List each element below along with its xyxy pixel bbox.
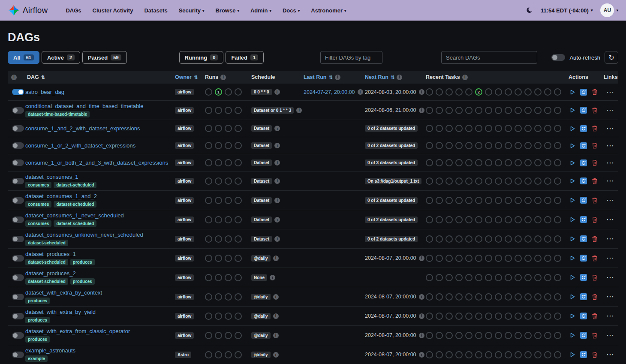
recent-task-circle[interactable] bbox=[515, 274, 522, 281]
recent-task-circle[interactable] bbox=[505, 216, 512, 223]
run-status-circle[interactable] bbox=[215, 177, 222, 185]
dag-pause-toggle[interactable] bbox=[12, 313, 24, 319]
user-menu[interactable]: AU ▾ bbox=[600, 3, 618, 17]
recent-task-circle[interactable] bbox=[554, 235, 561, 243]
run-status-circle[interactable] bbox=[225, 313, 232, 320]
recent-task-circle[interactable] bbox=[554, 293, 561, 301]
trigger-dag-button[interactable] bbox=[569, 107, 575, 113]
recent-task-circle[interactable] bbox=[426, 235, 433, 243]
recent-task-circle[interactable] bbox=[544, 197, 551, 204]
dag-tag[interactable]: consumes bbox=[25, 220, 51, 227]
recent-task-circle[interactable] bbox=[524, 274, 532, 281]
recent-task-circle[interactable] bbox=[505, 332, 512, 339]
recent-task-circle[interactable] bbox=[505, 125, 512, 132]
recent-task-circle[interactable] bbox=[475, 235, 482, 243]
run-status-circle[interactable] bbox=[225, 235, 232, 243]
recent-task-circle[interactable] bbox=[445, 142, 453, 149]
recent-task-circle[interactable] bbox=[475, 177, 482, 185]
run-status-circle[interactable] bbox=[205, 216, 212, 223]
run-status-circle[interactable] bbox=[235, 255, 242, 262]
links-menu[interactable]: ⋯ bbox=[604, 87, 614, 97]
dag-tag[interactable]: produces bbox=[70, 278, 95, 285]
recent-task-circle[interactable] bbox=[554, 351, 561, 358]
recent-task-circle[interactable] bbox=[515, 177, 522, 185]
dag-tag[interactable]: example bbox=[25, 355, 48, 362]
run-status-circle[interactable] bbox=[215, 107, 222, 114]
run-status-circle[interactable] bbox=[205, 177, 212, 185]
recent-task-circle[interactable] bbox=[485, 125, 492, 132]
owner-badge[interactable]: airflow bbox=[175, 178, 194, 184]
info-icon[interactable]: i bbox=[274, 126, 280, 131]
recent-task-circle[interactable] bbox=[455, 197, 463, 204]
recent-task-circle[interactable] bbox=[426, 177, 433, 185]
owner-badge[interactable]: airflow bbox=[175, 313, 194, 319]
airflow-brand[interactable]: Airflow bbox=[8, 4, 48, 16]
recent-task-circle[interactable] bbox=[436, 235, 443, 243]
info-icon[interactable]: i bbox=[274, 198, 280, 203]
recent-task-circle[interactable] bbox=[455, 125, 463, 132]
owner-badge[interactable]: airflow bbox=[175, 332, 194, 339]
trigger-dag-button[interactable] bbox=[569, 255, 575, 261]
trigger-dag-button[interactable] bbox=[569, 89, 575, 95]
recent-task-circle[interactable] bbox=[554, 88, 561, 96]
run-status-circle[interactable] bbox=[205, 125, 212, 132]
recent-task-circle[interactable] bbox=[436, 125, 443, 132]
run-status-circle[interactable] bbox=[235, 197, 242, 204]
run-status-circle[interactable] bbox=[225, 142, 232, 149]
recent-task-circle[interactable] bbox=[515, 107, 522, 114]
nav-item-astronomer[interactable]: Astronomer▾ bbox=[311, 7, 346, 14]
run-status-circle[interactable] bbox=[215, 142, 222, 149]
recent-task-circle[interactable] bbox=[524, 107, 532, 114]
recent-task-circle[interactable] bbox=[534, 332, 542, 339]
recent-task-circle[interactable] bbox=[495, 293, 502, 301]
dag-tag[interactable]: consumes bbox=[25, 201, 51, 208]
recent-task-circle[interactable] bbox=[554, 313, 561, 320]
dag-pause-toggle[interactable] bbox=[12, 107, 24, 114]
recent-task-circle[interactable] bbox=[465, 125, 473, 132]
recent-task-circle[interactable] bbox=[544, 216, 551, 223]
recent-task-circle[interactable] bbox=[495, 216, 502, 223]
recent-task-circle[interactable] bbox=[554, 274, 561, 281]
dag-pause-toggle[interactable] bbox=[12, 274, 24, 281]
reparse-dag-button[interactable] bbox=[580, 125, 587, 132]
recent-task-circle[interactable] bbox=[534, 235, 542, 243]
trigger-dag-button[interactable] bbox=[569, 313, 575, 319]
nav-item-datasets[interactable]: Datasets bbox=[144, 7, 167, 14]
recent-task-circle[interactable] bbox=[495, 142, 502, 149]
filter-tab-paused[interactable]: Paused59 bbox=[82, 51, 127, 64]
dag-name-link[interactable]: consume_1_or_both_2_and_3_with_dataset_e… bbox=[25, 159, 168, 166]
trigger-dag-button[interactable] bbox=[569, 294, 575, 300]
trigger-dag-button[interactable] bbox=[569, 352, 575, 358]
dag-tag[interactable]: dataset-scheduled bbox=[25, 278, 68, 285]
recent-task-circle[interactable] bbox=[544, 177, 551, 185]
recent-task-circle[interactable] bbox=[455, 313, 463, 320]
recent-task-circle[interactable] bbox=[495, 177, 502, 185]
recent-task-circle[interactable] bbox=[515, 255, 522, 262]
run-status-circle[interactable] bbox=[205, 235, 212, 243]
run-status-circle[interactable] bbox=[215, 125, 222, 132]
info-icon[interactable]: i bbox=[274, 217, 280, 223]
recent-task-circle[interactable] bbox=[436, 197, 443, 204]
delete-dag-button[interactable] bbox=[592, 159, 598, 166]
recent-task-circle[interactable] bbox=[544, 255, 551, 262]
recent-task-circle[interactable] bbox=[475, 107, 482, 114]
run-status-circle[interactable]: 1 bbox=[215, 88, 222, 96]
recent-task-circle[interactable] bbox=[426, 88, 433, 96]
recent-task-circle[interactable] bbox=[485, 107, 492, 114]
recent-task-circle[interactable] bbox=[465, 313, 473, 320]
recent-task-circle[interactable] bbox=[534, 197, 542, 204]
recent-task-circle[interactable] bbox=[445, 332, 453, 339]
recent-task-circle[interactable] bbox=[554, 125, 561, 132]
recent-task-circle[interactable] bbox=[485, 274, 492, 281]
recent-task-circle[interactable] bbox=[505, 197, 512, 204]
trigger-dag-button[interactable] bbox=[569, 178, 575, 184]
reparse-dag-button[interactable] bbox=[580, 142, 587, 149]
recent-task-circle[interactable] bbox=[495, 197, 502, 204]
info-icon[interactable]: i bbox=[11, 75, 17, 80]
recent-task-circle[interactable] bbox=[485, 332, 492, 339]
dag-name-link[interactable]: dataset_produces_2 bbox=[25, 270, 76, 277]
reparse-dag-button[interactable] bbox=[580, 216, 587, 223]
trigger-dag-button[interactable] bbox=[569, 274, 575, 280]
recent-task-circle[interactable] bbox=[515, 216, 522, 223]
column-header-dag[interactable]: DAG⇅ bbox=[24, 74, 172, 80]
